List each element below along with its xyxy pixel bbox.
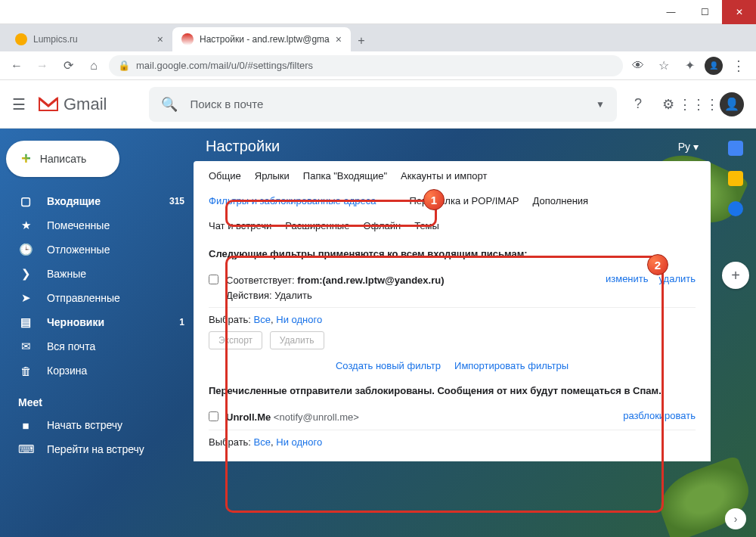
select-none-link[interactable]: Ни одного xyxy=(276,314,322,325)
filter-delete-link[interactable]: удалить xyxy=(659,273,696,284)
trash-icon: 🗑 xyxy=(18,365,33,377)
tab-themes[interactable]: Темы xyxy=(414,220,439,236)
select-all-link[interactable]: Все xyxy=(254,314,271,325)
settings-tabs: Общие Ярлыки Папка "Входящие" Аккаунты и… xyxy=(194,161,711,186)
apps-grid-icon[interactable]: ⋮⋮⋮ xyxy=(689,95,708,113)
keyboard-icon: ⌨ xyxy=(18,442,33,456)
nav-label: Перейти на встречу xyxy=(47,443,144,455)
sidebar-item-snoozed[interactable]: 🕒 Отложенные xyxy=(0,237,194,262)
match-value: from:(and.rew.lptw@yandex.ru) xyxy=(297,275,444,286)
filter-checkbox[interactable] xyxy=(209,275,218,284)
url-text: mail.google.com/mail/u/0/#settings/filte… xyxy=(136,60,313,71)
compose-button[interactable]: + Написать xyxy=(6,141,119,177)
inbox-count: 315 xyxy=(169,196,184,206)
gmail-logo[interactable]: Gmail xyxy=(38,95,107,114)
new-tab-button[interactable]: + xyxy=(351,30,372,51)
browser-tab-lumpics[interactable]: Lumpics.ru × xyxy=(6,27,172,51)
profile-avatar[interactable]: 👤 xyxy=(705,57,723,75)
create-filter-link[interactable]: Создать новый фильтр xyxy=(336,360,441,371)
account-avatar[interactable]: 👤 xyxy=(720,92,744,116)
side-panel: + › xyxy=(715,129,756,537)
compose-label: Написать xyxy=(40,153,86,165)
gmail-logo-icon xyxy=(38,97,59,112)
window-minimize[interactable]: — xyxy=(654,0,688,24)
inbox-icon: ▢ xyxy=(18,194,33,208)
browser-menu-button[interactable]: ⋮ xyxy=(727,57,750,74)
chevron-down-icon: ▾ xyxy=(693,141,699,153)
match-label: Соответствует: xyxy=(226,275,295,286)
address-bar[interactable]: 🔒 mail.google.com/mail/u/0/#settings/fil… xyxy=(109,55,623,76)
nav-label: Черновики xyxy=(47,316,104,328)
settings-gear-icon[interactable]: ⚙ xyxy=(659,95,677,113)
bookmark-icon[interactable]: ☆ xyxy=(653,55,674,76)
import-filters-link[interactable]: Импортировать фильтры xyxy=(454,360,569,371)
export-button: Экспорт xyxy=(209,331,262,349)
browser-tab-gmail[interactable]: Настройки - and.rew.lptw@gma × xyxy=(172,27,351,51)
sidebar-item-inbox[interactable]: ▢ Входящие 315 xyxy=(0,189,194,213)
window-maximize[interactable]: ☐ xyxy=(688,0,722,24)
sidebar-item-trash[interactable]: 🗑 Корзина xyxy=(0,359,194,383)
tab-accounts[interactable]: Аккаунты и импорт xyxy=(401,170,487,186)
tab-inbox[interactable]: Папка "Входящие" xyxy=(303,170,387,186)
sidebar-item-meet-start[interactable]: ■ Начать встречу xyxy=(0,413,194,437)
addons-plus-button[interactable]: + xyxy=(722,262,749,289)
tab-labels[interactable]: Ярлыки xyxy=(255,170,290,186)
nav-label: Входящие xyxy=(47,195,101,207)
help-icon[interactable]: ? xyxy=(629,95,647,113)
gmail-brand-text: Gmail xyxy=(64,95,107,114)
browser-tabstrip: Lumpics.ru × Настройки - and.rew.lptw@gm… xyxy=(0,24,756,51)
gmail-header: ☰ Gmail 🔍 Поиск в почте ▼ ? ⚙ ⋮⋮⋮ 👤 xyxy=(0,80,756,129)
extension-icon[interactable]: ✦ xyxy=(679,55,700,76)
clock-icon: 🕒 xyxy=(18,243,33,256)
nav-label: Вся почта xyxy=(47,340,95,352)
sidebar-item-important[interactable]: ❯ Важные xyxy=(0,262,194,286)
sidebar-item-drafts[interactable]: ▤ Черновики 1 xyxy=(0,310,194,334)
meet-header: Meet xyxy=(0,383,194,413)
language-selector[interactable]: Ру ▾ xyxy=(678,141,699,153)
window-close[interactable]: ✕ xyxy=(722,0,756,24)
tab-close-icon[interactable]: × xyxy=(336,33,342,45)
select-none-link[interactable]: Ни одного xyxy=(276,436,322,448)
tab-advanced[interactable]: Расширенные xyxy=(285,220,349,236)
blocked-checkbox[interactable] xyxy=(209,411,218,421)
tab-chat[interactable]: Чат и встречи xyxy=(209,220,271,236)
home-button[interactable]: ⌂ xyxy=(83,55,104,76)
tab-offline[interactable]: Офлайн xyxy=(363,220,401,236)
main-menu-button[interactable]: ☰ xyxy=(12,95,26,113)
tab-filters[interactable]: Фильтры и заблокированные адреса xyxy=(209,195,376,211)
search-options-icon[interactable]: ▼ xyxy=(596,99,605,110)
nav-label: Корзина xyxy=(47,365,87,377)
tab-general[interactable]: Общие xyxy=(209,170,241,186)
sidebar-item-starred[interactable]: ★ Помеченные xyxy=(0,213,194,237)
select-label: Выбрать: xyxy=(209,314,251,325)
search-box[interactable]: 🔍 Поиск в почте ▼ xyxy=(149,87,617,122)
sent-icon: ➤ xyxy=(18,291,33,305)
forward-button[interactable]: → xyxy=(32,55,53,76)
filter-edit-link[interactable]: изменить xyxy=(606,273,649,284)
search-placeholder: Поиск в почте xyxy=(190,98,584,110)
annotation-badge-2: 2 xyxy=(647,254,668,275)
calendar-icon[interactable] xyxy=(728,141,743,156)
tab-title: Lumpics.ru xyxy=(33,34,78,45)
sidebar-item-sent[interactable]: ➤ Отправленные xyxy=(0,286,194,310)
filters-section: Следующие фильтры применяются ко всем вх… xyxy=(194,236,711,461)
blocked-email: <notify@unroll.me> xyxy=(274,411,359,423)
sidebar-item-all-mail[interactable]: ✉ Вся почта xyxy=(0,334,194,359)
action-label: Действия: Удалить xyxy=(226,290,312,301)
select-all-link[interactable]: Все xyxy=(254,436,271,448)
filter-row: Соответствует: from:(and.rew.lptw@yandex… xyxy=(209,268,696,308)
drafts-count: 1 xyxy=(179,317,184,327)
collapse-panel-icon[interactable]: › xyxy=(725,508,746,529)
camera-icon: ■ xyxy=(18,419,33,432)
tab-close-icon[interactable]: × xyxy=(157,33,163,45)
window-titlebar: — ☐ ✕ xyxy=(0,0,756,24)
reload-button[interactable]: ⟳ xyxy=(57,55,79,76)
sidebar-item-meet-join[interactable]: ⌨ Перейти на встречу xyxy=(0,437,194,461)
unblock-link[interactable]: разблокировать xyxy=(623,410,696,421)
back-button[interactable]: ← xyxy=(6,55,27,76)
tasks-icon[interactable] xyxy=(728,201,743,216)
tab-addons[interactable]: Дополнения xyxy=(532,195,588,211)
incognito-icon[interactable]: 👁 xyxy=(627,55,649,76)
drafts-icon: ▤ xyxy=(18,315,33,329)
keep-icon[interactable] xyxy=(728,171,743,186)
